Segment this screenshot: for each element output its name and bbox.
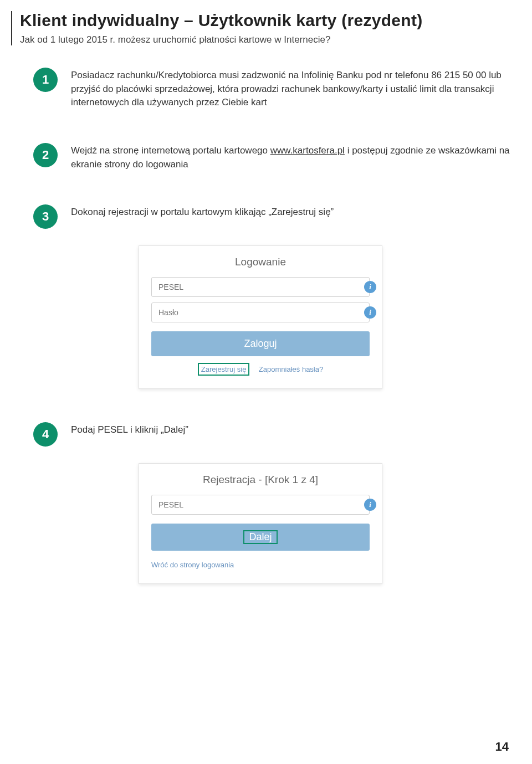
pesel-input[interactable]	[151, 277, 370, 297]
reg-pesel-field-row: i	[151, 495, 370, 515]
info-icon[interactable]: i	[364, 306, 376, 319]
password-input[interactable]	[151, 302, 370, 322]
step-number-2: 2	[33, 143, 58, 167]
registration-panel: Rejestracja - [Krok 1 z 4] i Dalej Wróć …	[139, 463, 382, 584]
step-1-text: Posiadacz rachunku/Kredytobiorca musi za…	[71, 68, 510, 110]
step-1: 1 Posiadacz rachunku/Kredytobiorca musi …	[11, 68, 510, 110]
page-title: Klient indywidualny – Użytkownik karty (…	[20, 11, 510, 30]
next-button-label: Dalej	[243, 530, 277, 544]
login-screenshot: Logowanie i i Zaloguj Zarejestruj się Za…	[11, 245, 510, 389]
step-4-text: Podaj PESEL i kliknij „Dalej”	[71, 422, 510, 437]
page-header: Klient indywidualny – Użytkownik karty (…	[11, 11, 510, 45]
password-field-row: i	[151, 302, 370, 322]
page-subtitle: Jak od 1 lutego 2015 r. możesz uruchomić…	[20, 34, 510, 45]
registration-title: Rejestracja - [Krok 1 z 4]	[151, 474, 370, 486]
login-panel: Logowanie i i Zaloguj Zarejestruj się Za…	[139, 245, 382, 389]
return-login-link[interactable]: Wróć do strony logowania	[151, 561, 370, 569]
info-icon[interactable]: i	[364, 499, 376, 511]
reg-pesel-input[interactable]	[151, 495, 370, 515]
step-2-text: Wejdź na stronę internetową portalu kart…	[71, 143, 510, 171]
register-link[interactable]: Zarejestruj się	[198, 363, 250, 376]
kartosfera-link[interactable]: www.kartosfera.pl	[270, 145, 345, 156]
step-number-1: 1	[33, 68, 58, 92]
login-title: Logowanie	[151, 256, 370, 268]
pesel-field-row: i	[151, 277, 370, 297]
step-number-4: 4	[33, 422, 58, 447]
forgot-password-link[interactable]: Zapomniałeś hasła?	[259, 365, 323, 373]
login-links: Zarejestruj się Zapomniałeś hasła?	[151, 364, 370, 374]
step-2-text-a: Wejdź na stronę internetową portalu kart…	[71, 145, 270, 156]
step-4: 4 Podaj PESEL i kliknij „Dalej”	[11, 422, 510, 447]
step-3: 3 Dokonaj rejestracji w portalu kartowym…	[11, 204, 510, 229]
login-button-label: Zaloguj	[244, 338, 277, 349]
info-icon[interactable]: i	[364, 281, 376, 293]
step-3-text: Dokonaj rejestracji w portalu kartowym k…	[71, 204, 510, 219]
login-button[interactable]: Zaloguj	[151, 331, 370, 356]
next-button[interactable]: Dalej	[151, 524, 370, 551]
step-2: 2 Wejdź na stronę internetową portalu ka…	[11, 143, 510, 171]
registration-screenshot: Rejestracja - [Krok 1 z 4] i Dalej Wróć …	[11, 463, 510, 584]
step-number-3: 3	[33, 204, 58, 229]
